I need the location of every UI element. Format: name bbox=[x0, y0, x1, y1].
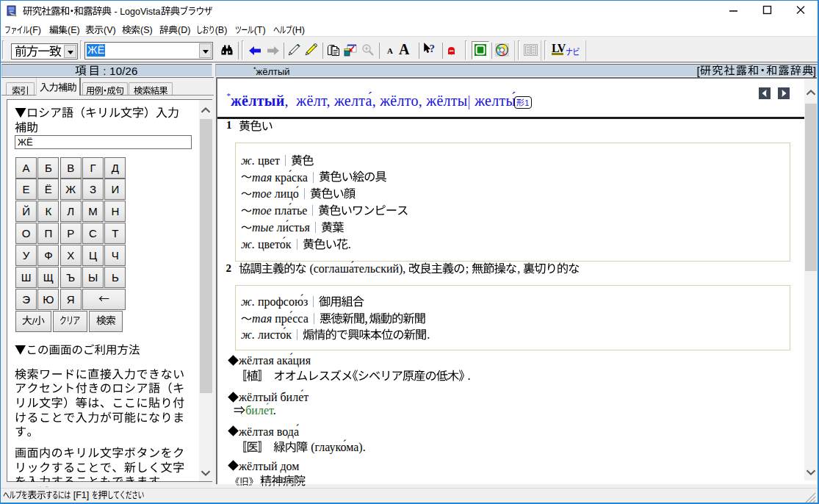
svg-text:?: ? bbox=[430, 43, 436, 54]
